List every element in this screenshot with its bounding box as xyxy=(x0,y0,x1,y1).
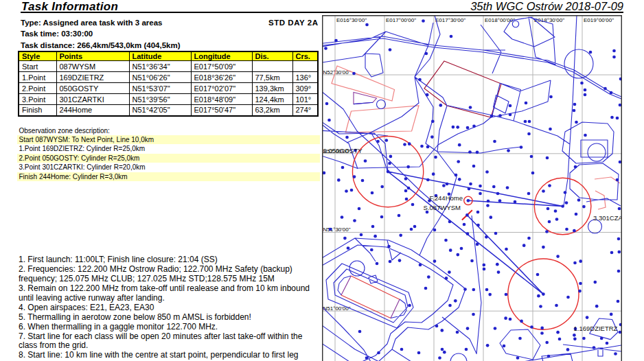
svg-text:2.050GOSTY: 2.050GOSTY xyxy=(323,147,363,154)
svg-text:E017°00'00": E017°00'00" xyxy=(386,17,416,23)
svg-text:E018°00'00": E018°00'00" xyxy=(485,17,515,23)
svg-text:E019°00'00": E019°00'00" xyxy=(584,17,614,23)
svg-text:F.244Home: F.244Home xyxy=(429,194,463,202)
svg-text:E017°30'00": E017°30'00" xyxy=(435,17,465,23)
svg-text:N51°00'00": N51°00'00" xyxy=(323,305,351,312)
svg-text:S.087WYSM: S.087WYSM xyxy=(424,204,461,211)
svg-text:1.169DZIETRZ: 1.169DZIETRZ xyxy=(574,325,618,332)
svg-text:3.301CZARTKI: 3.301CZARTKI xyxy=(593,214,622,222)
svg-text:N51°30'00": N51°30'00" xyxy=(323,226,351,233)
svg-text:E016°30'00": E016°30'00" xyxy=(336,17,367,23)
